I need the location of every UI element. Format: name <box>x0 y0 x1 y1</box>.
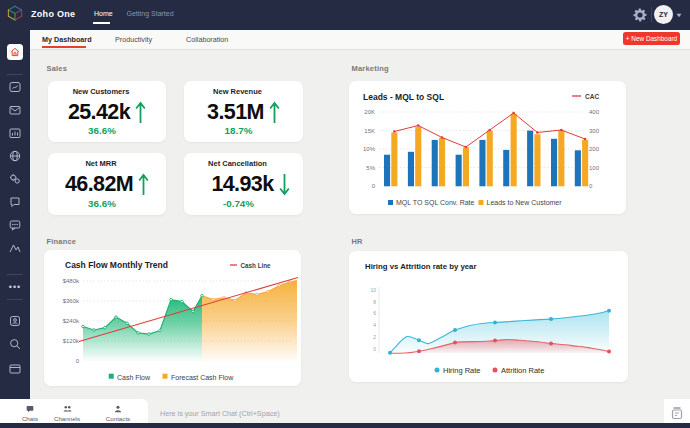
svg-text:Forecast Cash Flow: Forecast Cash Flow <box>171 374 234 381</box>
svg-text:Attrition Rate: Attrition Rate <box>501 366 544 375</box>
svg-text:0: 0 <box>373 346 376 352</box>
svg-text:0: 0 <box>76 358 80 364</box>
svg-text:MQL TO SQL Conv. Rate: MQL TO SQL Conv. Rate <box>396 199 475 207</box>
svg-text:400: 400 <box>589 109 600 115</box>
svg-text:Cash Flow: Cash Flow <box>117 374 151 381</box>
svg-text:6: 6 <box>373 310 376 316</box>
svg-text:0: 0 <box>372 183 376 189</box>
svg-text:5%: 5% <box>366 165 375 171</box>
svg-text:Cash Flow Monthly Trend: Cash Flow Monthly Trend <box>65 260 168 270</box>
svg-text:Cash Line: Cash Line <box>241 262 272 269</box>
svg-text:$480k: $480k <box>63 278 80 284</box>
svg-text:300: 300 <box>589 128 600 134</box>
svg-text:$120k: $120k <box>63 338 80 344</box>
svg-text:100: 100 <box>589 165 600 171</box>
svg-text:Leads to New Customer: Leads to New Customer <box>487 199 563 206</box>
svg-text:CAC: CAC <box>585 93 599 100</box>
svg-text:$360k: $360k <box>63 298 80 304</box>
svg-text:15K: 15K <box>364 128 375 134</box>
svg-text:20K: 20K <box>364 109 375 115</box>
svg-text:0: 0 <box>589 183 593 189</box>
svg-text:Leads - MQL to SQL: Leads - MQL to SQL <box>363 92 444 102</box>
svg-text:4: 4 <box>373 322 376 328</box>
svg-text:10%: 10% <box>363 146 376 152</box>
svg-text:$240k: $240k <box>63 318 80 324</box>
svg-text:200: 200 <box>589 146 600 152</box>
svg-text:8: 8 <box>373 299 376 305</box>
svg-text:Hiring vs Attrition rate by ye: Hiring vs Attrition rate by year <box>365 262 477 271</box>
svg-text:Hiring Rate: Hiring Rate <box>443 366 481 375</box>
svg-text:10: 10 <box>370 287 376 293</box>
svg-text:2: 2 <box>373 334 376 340</box>
